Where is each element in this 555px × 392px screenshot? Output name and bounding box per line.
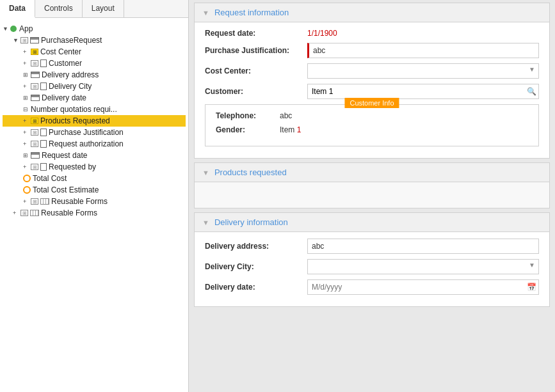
customer-label: Customer: bbox=[205, 87, 307, 96]
tab-layout[interactable]: Layout bbox=[83, 0, 124, 17]
customer-icon: ⊞ bbox=[31, 60, 38, 67]
cost-center-select-wrapper: ▼ bbox=[307, 63, 539, 79]
purchase-justification-doc-icon bbox=[40, 129, 47, 136]
telephone-row: Telephone: abc bbox=[216, 111, 528, 120]
reusable-forms-outer-grid-icon bbox=[30, 210, 39, 216]
tab-data[interactable]: Data bbox=[0, 0, 35, 18]
reusable-forms-inner-grid-icon bbox=[40, 198, 49, 205]
gender-row: Gender: Item 1 bbox=[216, 125, 528, 134]
delivery-city-select-wrapper: ▼ bbox=[307, 259, 539, 274]
expand-delivery-city: + bbox=[23, 83, 29, 90]
calendar-icon: 📅 bbox=[527, 283, 536, 292]
purchase-request-table-icon bbox=[30, 37, 39, 43]
tree-label-app: App bbox=[19, 24, 33, 33]
delivery-date-row: Delivery date: 📅 bbox=[205, 279, 539, 295]
cost-center-icon: ⊞ bbox=[31, 49, 38, 55]
expand-app: ▼ bbox=[3, 26, 9, 32]
left-panel: Data Controls Layout ▼ App ▼ ⊞ PurchaseR… bbox=[0, 0, 189, 392]
requested-by-doc-icon bbox=[40, 163, 47, 171]
reusable-forms-inner-box-icon: ⊞ bbox=[31, 198, 38, 205]
gender-value-number: 1 bbox=[297, 125, 302, 134]
gender-value: Item 1 bbox=[280, 125, 301, 134]
tree-item-delivery-address[interactable]: ⊞ Delivery address bbox=[3, 69, 186, 81]
request-info-chevron: ▼ bbox=[202, 9, 209, 17]
delivery-address-icon bbox=[31, 72, 40, 78]
right-panel: ▼ Request information Request date: 1/1/… bbox=[189, 0, 555, 392]
tree-item-request-date[interactable]: ⊞ Request date bbox=[3, 150, 186, 161]
requested-by-icon: ⊞ bbox=[31, 164, 38, 170]
products-requested-title: Products requested bbox=[214, 168, 287, 177]
tree-label-products-requested: Products Requested bbox=[40, 116, 110, 125]
delivery-address-row: Delivery address: bbox=[205, 239, 539, 254]
tree-item-request-authorization[interactable]: + ⊞ Request authorization bbox=[3, 138, 186, 150]
tree-label-reusable-forms-outer: Reusable Forms bbox=[41, 208, 97, 217]
delivery-address-input[interactable] bbox=[307, 239, 539, 254]
delivery-info-body: Delivery address: Delivery City: ▼ Deliv… bbox=[195, 232, 549, 306]
request-info-section: ▼ Request information Request date: 1/1/… bbox=[194, 3, 550, 159]
app-icon bbox=[10, 26, 17, 32]
tree-label-reusable-forms-inner: Reusable Forms bbox=[51, 197, 108, 206]
tree-label-delivery-address: Delivery address bbox=[42, 70, 99, 79]
tree-item-products-requested[interactable]: + ⊞ Products Requested bbox=[3, 115, 186, 127]
delivery-city-icon: ⊞ bbox=[31, 83, 38, 90]
delivery-city-select[interactable] bbox=[307, 259, 539, 274]
tree-item-delivery-city[interactable]: + ⊞ Delivery City bbox=[3, 81, 186, 92]
purchase-justification-icon: ⊞ bbox=[31, 129, 38, 136]
expand-number-quotations: ⊟ bbox=[23, 106, 29, 113]
customer-row: Customer: 🔍 bbox=[205, 84, 539, 99]
tree-item-total-cost[interactable]: Total Cost bbox=[3, 173, 186, 184]
tree-item-number-quotations[interactable]: ⊟ Number quotatios requi... bbox=[3, 104, 186, 115]
telephone-label: Telephone: bbox=[216, 111, 280, 120]
purchase-justification-input[interactable] bbox=[307, 43, 539, 58]
tree-item-total-cost-estimate[interactable]: Total Cost Estimate bbox=[3, 184, 186, 196]
purchase-request-icon: ⊞ bbox=[20, 37, 28, 43]
expand-delivery-address: ⊞ bbox=[23, 72, 29, 78]
delivery-city-row: Delivery City: ▼ bbox=[205, 259, 539, 274]
tree-label-purchase-request: PurchaseRequest bbox=[41, 36, 102, 45]
delivery-info-header: ▼ Delivery information bbox=[195, 213, 549, 232]
delivery-city-doc-icon bbox=[40, 82, 47, 90]
tree-item-purchase-justification[interactable]: + ⊞ Purchase Justification bbox=[3, 127, 186, 138]
products-requested-icon: ⊞ bbox=[31, 118, 38, 124]
tree-item-cost-center[interactable]: + ⊞ Cost Center bbox=[3, 46, 186, 58]
delivery-date-label: Delivery date: bbox=[205, 283, 307, 292]
request-date-icon bbox=[31, 152, 40, 159]
expand-request-authorization: + bbox=[23, 141, 29, 147]
delivery-date-input[interactable] bbox=[307, 279, 539, 295]
tree-label-delivery-city: Delivery City bbox=[49, 82, 92, 91]
tabs-bar: Data Controls Layout bbox=[0, 0, 188, 18]
customer-input-wrapper: 🔍 bbox=[307, 84, 539, 99]
tree-item-reusable-forms-outer[interactable]: + ⊞ Reusable Forms bbox=[3, 207, 186, 219]
tree-item-purchase-request[interactable]: ▼ ⊞ PurchaseRequest bbox=[3, 35, 186, 46]
customer-info-box: Telephone: abc Gender: Item 1 bbox=[205, 104, 539, 146]
customer-info-container: Customer Info Telephone: abc Gender: Ite… bbox=[205, 104, 539, 146]
products-requested-chevron: ▼ bbox=[202, 169, 209, 176]
cost-center-select[interactable] bbox=[307, 63, 539, 79]
tree-label-request-date: Request date bbox=[42, 151, 87, 160]
customer-doc-icon bbox=[40, 59, 47, 67]
tree-item-requested-by[interactable]: + ⊞ Requested by bbox=[3, 161, 186, 173]
reusable-forms-outer-box-icon: ⊞ bbox=[20, 210, 28, 216]
products-requested-body bbox=[195, 182, 549, 208]
tree-label-total-cost: Total Cost bbox=[33, 174, 67, 183]
delivery-city-label: Delivery City: bbox=[205, 262, 307, 271]
tree-item-reusable-forms-inner[interactable]: + ⊞ Reusable Forms bbox=[3, 196, 186, 207]
customer-input[interactable] bbox=[307, 84, 539, 99]
delivery-date-input-wrapper: 📅 bbox=[307, 279, 539, 295]
tree-item-app[interactable]: ▼ App bbox=[3, 23, 186, 35]
tree-label-request-authorization: Request authorization bbox=[49, 139, 124, 148]
request-date-label: Request date: bbox=[205, 29, 307, 38]
tree-item-customer[interactable]: + ⊞ Customer bbox=[3, 58, 186, 69]
expand-customer: + bbox=[23, 60, 29, 67]
tree-label-purchase-justification: Purchase Justification bbox=[49, 128, 124, 137]
customer-search-icon[interactable]: 🔍 bbox=[525, 85, 538, 98]
tree-label-total-cost-estimate: Total Cost Estimate bbox=[33, 185, 99, 194]
delivery-date-icon bbox=[31, 95, 40, 101]
tree-item-delivery-date[interactable]: ⊞ Delivery date bbox=[3, 92, 186, 104]
products-requested-header: ▼ Products requested bbox=[195, 163, 549, 182]
request-info-header: ▼ Request information bbox=[195, 3, 549, 22]
customer-info-badge: Customer Info bbox=[344, 98, 399, 108]
expand-delivery-date: ⊞ bbox=[23, 95, 29, 101]
expand-requested-by: + bbox=[23, 164, 29, 170]
tab-controls[interactable]: Controls bbox=[35, 0, 83, 17]
